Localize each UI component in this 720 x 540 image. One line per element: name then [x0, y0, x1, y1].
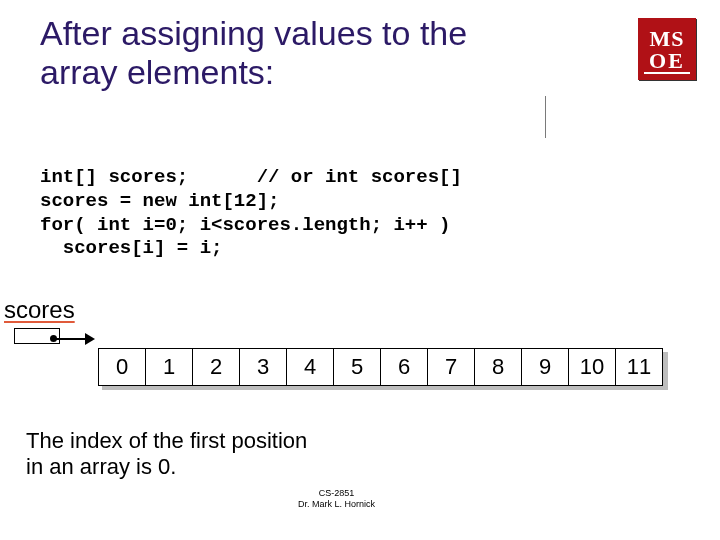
msoe-logo: MS OE — [638, 18, 696, 80]
array-cell: 5 — [334, 348, 381, 386]
title-divider — [545, 96, 546, 138]
footer-course: CS-2851 — [298, 488, 375, 499]
array-cell: 0 — [98, 348, 146, 386]
array-cell: 9 — [522, 348, 569, 386]
logo-text-top: MS — [650, 28, 685, 50]
array-cell: 6 — [381, 348, 428, 386]
slide-footer: CS-2851 Dr. Mark L. Hornick — [298, 488, 375, 510]
reference-arrow-head-icon — [85, 333, 95, 345]
array-cells: 0 1 2 3 4 5 6 7 8 9 10 11 — [98, 348, 663, 386]
array-cell: 10 — [569, 348, 616, 386]
array-variable-label: scores — [4, 296, 75, 324]
array-cell: 3 — [240, 348, 287, 386]
slide-title: After assigning values to the array elem… — [40, 14, 540, 92]
array-cell-value: 0 — [98, 348, 146, 386]
reference-arrow-line — [55, 338, 87, 340]
footer-author: Dr. Mark L. Hornick — [298, 499, 375, 510]
array-cell-value: 9 — [521, 348, 569, 386]
array-cell: 8 — [475, 348, 522, 386]
array-cell-value: 5 — [333, 348, 381, 386]
array-cell: 11 — [616, 348, 663, 386]
array-cell-value: 6 — [380, 348, 428, 386]
logo-text-bottom: OE — [649, 50, 685, 72]
array-cell-value: 11 — [615, 348, 663, 386]
array-cell-value: 4 — [286, 348, 334, 386]
array-cell: 4 — [287, 348, 334, 386]
slide-caption: The index of the first position in an ar… — [26, 428, 326, 481]
logo-underline — [644, 72, 690, 74]
array-cell-value: 1 — [145, 348, 193, 386]
array-cell-value: 3 — [239, 348, 287, 386]
array-cell-value: 2 — [192, 348, 240, 386]
array-cell: 7 — [428, 348, 475, 386]
array-cell: 2 — [193, 348, 240, 386]
code-block: int[] scores; // or int scores[] scores … — [40, 166, 462, 261]
array-cell-value: 10 — [568, 348, 616, 386]
array-cell-value: 8 — [474, 348, 522, 386]
array-cell: 1 — [146, 348, 193, 386]
array-cell-value: 7 — [427, 348, 475, 386]
